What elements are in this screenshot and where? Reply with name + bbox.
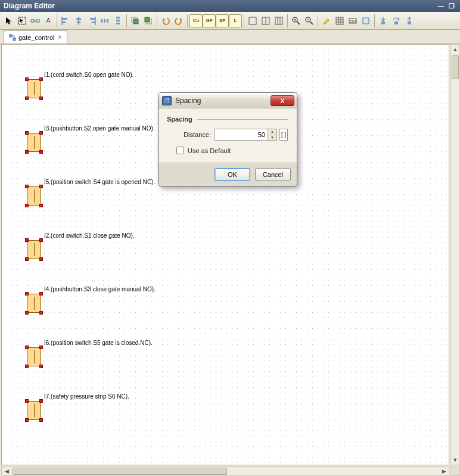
distance-spinner[interactable]: ▲ ▼ bbox=[268, 129, 277, 141]
distribute-v[interactable] bbox=[111, 14, 125, 27]
resize-handle[interactable] bbox=[25, 257, 29, 261]
resize-handle[interactable] bbox=[25, 418, 29, 422]
scroll-thumb-h[interactable] bbox=[13, 468, 227, 475]
restore-button[interactable]: ❐ bbox=[447, 2, 456, 10]
resize-handle[interactable] bbox=[25, 150, 29, 154]
layer-co[interactable]: Co bbox=[189, 14, 203, 27]
resize-handle[interactable] bbox=[25, 97, 29, 100]
diagram-block-I7[interactable]: I7.(safety pressure strip S6 NC). bbox=[27, 401, 41, 420]
panel-1[interactable] bbox=[246, 14, 259, 27]
resize-handle[interactable] bbox=[39, 150, 43, 154]
diagram-block-I6[interactable]: I6.(position switch S5 gate is closed.NC… bbox=[27, 347, 41, 366]
redo[interactable] bbox=[172, 14, 185, 27]
tab-gate-control[interactable]: gate_control ✕ bbox=[4, 30, 67, 43]
resize-handle[interactable] bbox=[39, 418, 43, 422]
svg-rect-14 bbox=[104, 19, 105, 23]
zoom-out[interactable] bbox=[303, 14, 316, 27]
dialog-close-button[interactable]: X bbox=[271, 95, 294, 106]
resize-handle[interactable] bbox=[25, 292, 29, 295]
diagram-block-I4[interactable]: I4.(pushbutton.S3 close gate manual NO). bbox=[27, 294, 41, 313]
text-tool[interactable]: A bbox=[42, 14, 55, 27]
svg-text:SIM: SIM bbox=[350, 20, 356, 23]
resize-handle[interactable] bbox=[39, 204, 43, 207]
zoom-in[interactable] bbox=[290, 14, 303, 27]
resize-handle[interactable] bbox=[25, 131, 29, 135]
svg-rect-16 bbox=[116, 17, 120, 18]
main-toolbar: ACoGFSFLSIM bbox=[0, 12, 460, 30]
window-title: Diagram Editor bbox=[4, 2, 55, 10]
connect-tool[interactable] bbox=[29, 14, 42, 27]
distance-input[interactable] bbox=[215, 129, 268, 141]
resize-handle[interactable] bbox=[25, 185, 29, 188]
diagram-block-I3[interactable]: I3.(pushbutton.S2 open gate manual NO). bbox=[27, 133, 41, 152]
align-left[interactable] bbox=[59, 14, 72, 27]
panel-2[interactable] bbox=[259, 14, 272, 27]
spinner-down-icon[interactable]: ▼ bbox=[268, 135, 276, 141]
resize-handle[interactable] bbox=[39, 292, 43, 295]
resize-handle[interactable] bbox=[39, 185, 43, 188]
svg-rect-9 bbox=[77, 21, 80, 23]
resize-handle[interactable] bbox=[39, 399, 43, 403]
distribute-h[interactable] bbox=[98, 14, 111, 27]
resize-handle[interactable] bbox=[39, 131, 43, 135]
bring-front[interactable] bbox=[129, 14, 142, 27]
block-label: I5.(position switch S4 gate is opened NC… bbox=[44, 179, 155, 185]
close-icon[interactable]: ✕ bbox=[57, 34, 62, 41]
resize-handle[interactable] bbox=[25, 346, 29, 349]
align-center[interactable] bbox=[72, 14, 85, 27]
resize-handle[interactable] bbox=[39, 365, 43, 368]
scroll-down-icon[interactable]: ▼ bbox=[451, 455, 459, 465]
horizontal-scrollbar[interactable]: ◀ ▶ bbox=[1, 466, 449, 476]
cancel-button[interactable]: Cancel bbox=[255, 168, 291, 181]
resize-handle[interactable] bbox=[25, 399, 29, 403]
align-right[interactable] bbox=[85, 14, 98, 27]
diagram-block-I5[interactable]: I5.(position switch S4 gate is opened NC… bbox=[27, 186, 41, 206]
undo[interactable] bbox=[159, 14, 172, 27]
resize-handle[interactable] bbox=[39, 346, 43, 349]
send-back[interactable] bbox=[142, 14, 155, 27]
panel-3[interactable] bbox=[272, 14, 285, 27]
resize-handle[interactable] bbox=[39, 238, 43, 242]
resize-handle[interactable] bbox=[25, 238, 29, 242]
resize-handle[interactable] bbox=[25, 204, 29, 207]
sim-settings[interactable]: SIM bbox=[346, 14, 359, 27]
dialog-titlebar[interactable]: Spacing X bbox=[158, 93, 297, 108]
resize-handle[interactable] bbox=[39, 257, 43, 261]
resize-handle[interactable] bbox=[25, 77, 29, 81]
pointer-tool[interactable] bbox=[2, 14, 15, 27]
svg-rect-47 bbox=[394, 21, 398, 24]
resize-handle[interactable] bbox=[25, 365, 29, 368]
ok-button[interactable]: OK bbox=[215, 168, 250, 181]
marquee-tool[interactable] bbox=[15, 14, 29, 27]
layer-sf[interactable]: SF bbox=[216, 14, 229, 27]
layer-gf[interactable]: GF bbox=[203, 14, 216, 27]
resize-handle[interactable] bbox=[39, 77, 43, 81]
block-label: I2.(cord switch.S1 close gate NO). bbox=[44, 232, 135, 239]
highlight[interactable] bbox=[320, 14, 333, 27]
block-label: I1.(cord switch.S0 open gate NO). bbox=[44, 71, 134, 78]
grid-settings[interactable] bbox=[333, 14, 346, 27]
step-out[interactable] bbox=[403, 14, 416, 27]
svg-rect-15 bbox=[107, 19, 108, 23]
diagram-block-I1[interactable]: I1.(cord switch.S0 open gate NO). bbox=[27, 79, 41, 98]
layer-l[interactable]: L bbox=[229, 14, 242, 27]
step-over[interactable] bbox=[390, 14, 403, 27]
diagram-block-I2[interactable]: I2.(cord switch.S1 close gate NO). bbox=[27, 240, 41, 259]
svg-rect-26 bbox=[275, 17, 282, 24]
vertical-scrollbar[interactable]: ▲ ▼ bbox=[450, 44, 460, 465]
use-default-checkbox[interactable] bbox=[176, 147, 184, 154]
unit-box[interactable]: ⟦⟧ bbox=[279, 129, 288, 141]
module[interactable] bbox=[359, 14, 372, 27]
resize-handle[interactable] bbox=[25, 311, 29, 315]
svg-rect-18 bbox=[116, 23, 120, 24]
scroll-right-icon[interactable]: ▶ bbox=[439, 467, 449, 475]
scroll-up-icon[interactable]: ▲ bbox=[451, 45, 459, 54]
scroll-left-icon[interactable]: ◀ bbox=[2, 467, 11, 475]
minimize-button[interactable]: — bbox=[436, 2, 446, 10]
step-in[interactable] bbox=[377, 14, 390, 27]
scroll-thumb-v[interactable] bbox=[452, 55, 459, 79]
spinner-up-icon[interactable]: ▲ bbox=[268, 129, 276, 135]
svg-rect-50 bbox=[13, 38, 15, 41]
resize-handle[interactable] bbox=[39, 97, 43, 100]
resize-handle[interactable] bbox=[39, 311, 43, 315]
